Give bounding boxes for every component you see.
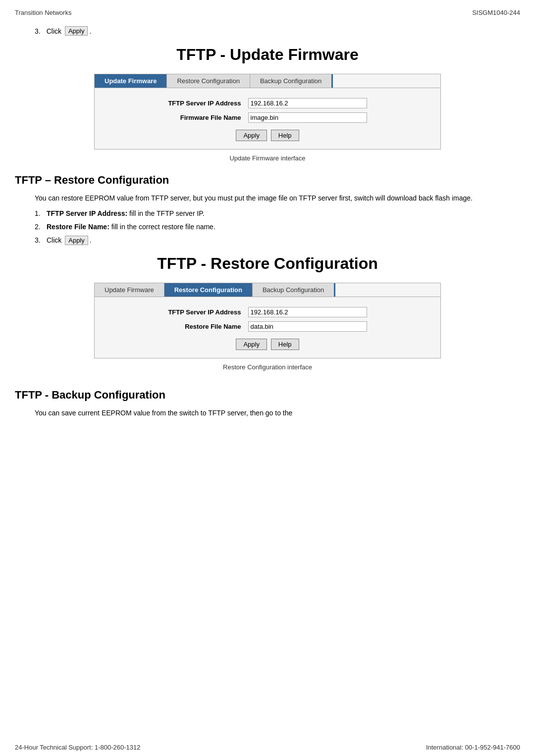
restore-step2-bold: Restore File Name: xyxy=(47,223,109,231)
restore-config-heading: TFTP – Restore Configuration xyxy=(15,174,520,187)
tftp-ip-input[interactable] xyxy=(248,98,367,108)
tab-restore-config-2[interactable]: Restore Configuration xyxy=(164,283,253,297)
table-row: TFTP Server IP Address xyxy=(165,305,370,319)
restore-config-btn-row: Apply Help xyxy=(105,339,430,350)
restore-config-title: TFTP - Restore Configuration xyxy=(15,254,520,273)
table-row: Restore File Name xyxy=(165,319,370,334)
restore-tftp-ip-label: TFTP Server IP Address xyxy=(165,305,245,319)
restore-step-1: 1. TFTP Server IP Address: fill in the T… xyxy=(35,208,520,219)
footer-right: International: 00-1-952-941-7600 xyxy=(426,744,520,751)
firmware-file-input[interactable] xyxy=(248,112,367,123)
update-firmware-tabbar: Update Firmware Restore Configuration Ba… xyxy=(95,74,440,88)
restore-config-widget: Update Firmware Restore Configuration Ba… xyxy=(94,283,441,358)
header-right: SISGM1040-244 xyxy=(472,9,520,16)
click-label-top: Click xyxy=(47,27,63,35)
tftp-ip-label: TFTP Server IP Address xyxy=(165,96,245,110)
restore-file-input-cell xyxy=(245,319,370,334)
restore-file-input[interactable] xyxy=(248,321,367,332)
tab-update-firmware[interactable]: Update Firmware xyxy=(95,74,167,88)
page-header: Transition Networks SISGM1040-244 xyxy=(0,0,535,21)
apply-inline-top[interactable]: Apply xyxy=(65,26,88,36)
update-firmware-form: TFTP Server IP Address Firmware File Nam… xyxy=(95,88,440,149)
restore-step1-bold: TFTP Server IP Address: xyxy=(47,209,127,217)
footer-left: 24-Hour Technical Support: 1-800-260-131… xyxy=(15,744,140,751)
restore-tftp-ip-input[interactable] xyxy=(248,307,367,317)
restore-tftp-ip-input-cell xyxy=(245,305,370,319)
main-content: 3. Click Apply . TFTP - Update Firmware … xyxy=(0,26,535,444)
period-top: . xyxy=(89,27,91,35)
header-left: Transition Networks xyxy=(15,9,71,16)
table-row: TFTP Server IP Address xyxy=(165,96,370,110)
update-firmware-title: TFTP - Update Firmware xyxy=(15,46,520,64)
restore-file-label: Restore File Name xyxy=(165,319,245,334)
tab-backup-config-1[interactable]: Backup Configuration xyxy=(250,74,333,88)
restore-config-tabbar: Update Firmware Restore Configuration Ba… xyxy=(95,283,440,297)
backup-config-desc: You can save current EEPROM value from t… xyxy=(35,407,520,418)
restore-config-help-btn[interactable]: Help xyxy=(271,339,299,350)
restore-config-table: TFTP Server IP Address Restore File Name xyxy=(165,305,370,334)
restore-steps-list: 1. TFTP Server IP Address: fill in the T… xyxy=(15,208,520,246)
update-firmware-apply-btn[interactable]: Apply xyxy=(236,130,267,141)
update-firmware-btn-row: Apply Help xyxy=(105,130,430,141)
restore-step-3: 3. Click Apply. xyxy=(35,235,520,246)
step3-number-top: 3. xyxy=(35,27,41,35)
apply-inline-restore[interactable]: Apply xyxy=(65,236,88,245)
firmware-file-input-cell xyxy=(245,110,370,125)
tab-restore-config-1[interactable]: Restore Configuration xyxy=(167,74,250,88)
tab-backup-config-2[interactable]: Backup Configuration xyxy=(253,283,335,297)
restore-config-apply-btn[interactable]: Apply xyxy=(236,339,267,350)
restore-config-caption: Restore Configuration interface xyxy=(15,363,520,371)
update-firmware-table: TFTP Server IP Address Firmware File Nam… xyxy=(165,96,370,125)
table-row: Firmware File Name xyxy=(165,110,370,125)
page-footer: 24-Hour Technical Support: 1-800-260-131… xyxy=(0,739,535,756)
update-firmware-widget: Update Firmware Restore Configuration Ba… xyxy=(94,74,441,150)
restore-config-desc: You can restore EEPROM value from TFTP s… xyxy=(35,193,520,203)
update-firmware-help-btn[interactable]: Help xyxy=(271,130,299,141)
restore-config-form: TFTP Server IP Address Restore File Name… xyxy=(95,297,440,358)
tab-update-firmware-2[interactable]: Update Firmware xyxy=(95,283,164,297)
firmware-file-label: Firmware File Name xyxy=(165,110,245,125)
step3-top: 3. Click Apply . xyxy=(35,26,520,36)
tftp-ip-input-cell xyxy=(245,96,370,110)
update-firmware-caption: Update Firmware interface xyxy=(15,154,520,162)
restore-step-2: 2. Restore File Name: fill in the correc… xyxy=(35,222,520,232)
backup-config-heading: TFTP - Backup Configuration xyxy=(15,389,520,402)
